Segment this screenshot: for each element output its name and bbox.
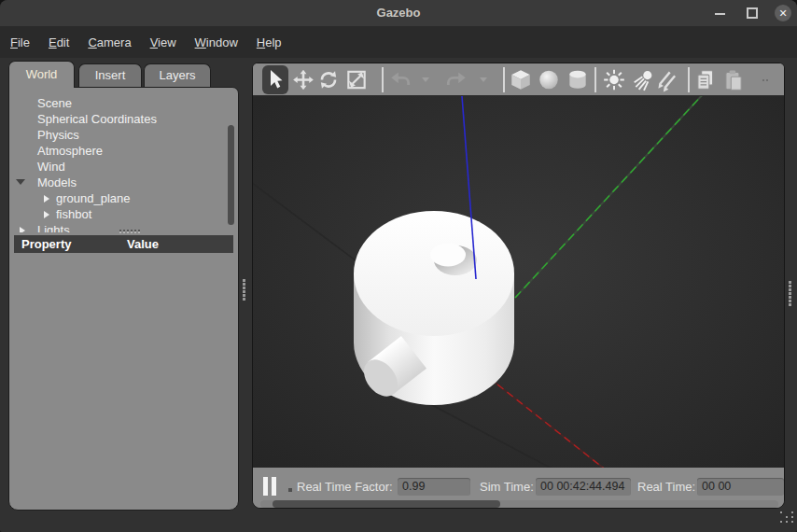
chevron-collapsed-icon[interactable]	[44, 211, 49, 218]
titlebar[interactable]: Gazebo ✕	[0, 0, 797, 26]
real-time-value: 00 00	[697, 478, 784, 496]
tab-layers[interactable]: Layers	[144, 63, 211, 88]
insert-cylinder-button[interactable]	[566, 67, 590, 92]
tab-insert[interactable]: Insert	[78, 63, 142, 88]
toolbar-separator	[594, 67, 596, 92]
undo-dropdown-arrow[interactable]	[422, 77, 429, 82]
cylinder-icon	[566, 67, 590, 92]
render-toolbar	[253, 63, 784, 96]
minimize-button[interactable]	[715, 13, 725, 15]
rotate-tool-button[interactable]	[316, 67, 341, 92]
menu-help[interactable]: Help	[257, 35, 282, 49]
close-button[interactable]: ✕	[775, 5, 791, 21]
tree-item-atmosphere[interactable]: Atmosphere	[9, 143, 238, 159]
menu-edit[interactable]: Edit	[49, 35, 69, 49]
copy-icon	[693, 67, 718, 92]
step-button[interactable]	[288, 488, 292, 492]
menu-window[interactable]: Window	[195, 35, 238, 49]
scene-tree: Scene Spherical Coordinates Physics Atmo…	[9, 88, 238, 232]
column-property: Property	[21, 237, 71, 251]
real-time-factor-value: 0.99	[398, 478, 470, 496]
paste-button[interactable]	[721, 67, 746, 92]
directional-light-button[interactable]	[655, 67, 679, 92]
spot-light-icon	[632, 67, 656, 92]
right-splitter-handle[interactable]	[789, 281, 791, 284]
tree-scrollbar[interactable]	[228, 125, 234, 225]
resize-grip[interactable]	[780, 511, 782, 513]
sim-time-label: Sim Time:	[480, 480, 534, 494]
tree-item-fishbot[interactable]: fishbot	[9, 206, 238, 222]
chevron-expanded-icon[interactable]	[16, 179, 25, 185]
menu-camera[interactable]: Camera	[88, 35, 131, 49]
viewport-3d[interactable]	[253, 96, 785, 468]
world-panel: Scene Spherical Coordinates Physics Atmo…	[8, 87, 239, 511]
real-time-factor-label: Real Time Factor:	[297, 480, 393, 494]
gazebo-window: Gazebo ✕ File Edit Camera View Window He…	[0, 0, 797, 532]
fishbot-model[interactable]	[354, 211, 514, 405]
redo-icon	[444, 67, 468, 92]
render-panel: Real Time Factor: 0.99 Sim Time: 00 00:4…	[252, 63, 785, 509]
toolbar-separator	[382, 67, 384, 92]
scale-tool-button[interactable]	[344, 67, 369, 92]
translate-tool-button[interactable]	[291, 67, 315, 92]
insert-sphere-button[interactable]	[537, 67, 561, 92]
real-time-label: Real Time:	[637, 480, 695, 494]
point-light-icon	[602, 67, 626, 92]
chevron-collapsed-icon[interactable]	[44, 195, 49, 203]
undo-button[interactable]	[388, 67, 412, 92]
insert-box-button[interactable]	[509, 67, 533, 92]
column-value: Value	[127, 237, 159, 251]
tree-item-physics[interactable]: Physics	[9, 127, 238, 143]
statusbar-scrollbar-track[interactable]	[260, 500, 778, 508]
viewport-background	[253, 96, 785, 468]
rotate-icon	[316, 67, 341, 92]
horizontal-splitter-handle[interactable]	[119, 230, 121, 231]
tree-item-scene[interactable]: Scene	[9, 95, 238, 111]
tab-world[interactable]: World	[8, 61, 75, 88]
toolbar-separator	[503, 67, 505, 92]
statusbar-scrollbar-handle[interactable]	[273, 500, 500, 508]
point-light-button[interactable]	[602, 67, 626, 92]
tree-item-ground-plane[interactable]: ground_plane	[9, 190, 238, 206]
maximize-button[interactable]	[747, 7, 758, 19]
viewport-canvas[interactable]	[253, 96, 785, 468]
redo-dropdown-arrow[interactable]	[480, 77, 487, 82]
tree-item-spherical-coordinates[interactable]: Spherical Coordinates	[9, 111, 238, 127]
tree-item-models[interactable]: Models	[9, 175, 238, 190]
sphere-icon	[537, 67, 561, 92]
toolbar-separator	[688, 67, 690, 92]
property-table-header: Property Value	[14, 235, 233, 253]
toolbar-handle-dots[interactable]	[762, 79, 764, 81]
copy-button[interactable]	[693, 67, 718, 92]
undo-icon	[388, 67, 412, 92]
chevron-collapsed-icon[interactable]	[20, 227, 25, 232]
move-icon	[291, 67, 315, 92]
scale-icon	[344, 67, 369, 92]
window-title: Gazebo	[0, 6, 797, 20]
paste-icon	[721, 67, 746, 92]
spot-light-button[interactable]	[632, 67, 656, 92]
select-tool-button[interactable]	[262, 65, 288, 94]
pause-button[interactable]	[263, 477, 278, 496]
redo-button[interactable]	[444, 67, 468, 92]
menu-view[interactable]: View	[150, 35, 176, 49]
robot-body-top	[354, 211, 514, 336]
directional-light-icon	[655, 67, 679, 92]
sim-time-value: 00 00:42:44.494	[536, 478, 631, 496]
left-splitter-handle[interactable]	[243, 279, 245, 282]
cursor-arrow-icon	[263, 67, 286, 91]
simulation-statusbar: Real Time Factor: 0.99 Sim Time: 00 00:4…	[253, 468, 785, 509]
box-icon	[509, 67, 533, 92]
tree-item-lights[interactable]: Lights	[9, 222, 238, 232]
menubar: File Edit Camera View Window Help	[0, 26, 797, 58]
tree-item-wind[interactable]: Wind	[9, 159, 238, 175]
menu-file[interactable]: File	[10, 35, 30, 49]
